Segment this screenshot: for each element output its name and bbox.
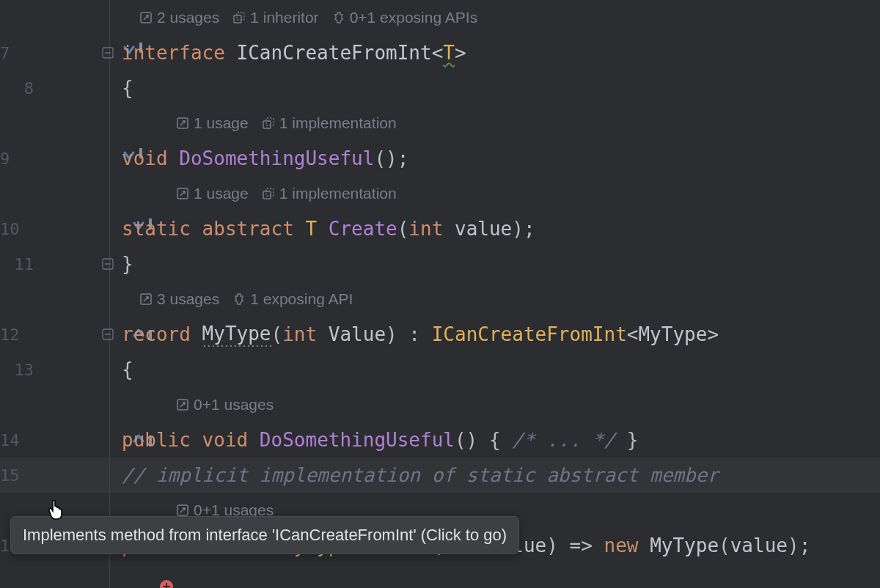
gutter-row[interactable]: 9: [0, 141, 109, 176]
gutter-row[interactable]: 12: [0, 317, 109, 352]
code-line[interactable]: {: [110, 352, 880, 387]
svg-rect-8: [163, 586, 170, 587]
navigate-tooltip[interactable]: Implements method from interface 'ICanCr…: [10, 516, 519, 554]
svg-rect-18: [266, 188, 274, 196]
code-line[interactable]: record MyType(int Value) : ICanCreateFro…: [110, 317, 880, 352]
code-area[interactable]: 2 usages 1 inheritor 0+1 exposing APIs i…: [110, 0, 880, 563]
code-line[interactable]: void DoSomethingUseful();: [110, 141, 880, 176]
gutter-row[interactable]: 10: [0, 211, 109, 246]
codelens[interactable]: 0+1 usages: [110, 387, 880, 422]
line-number: 14: [0, 431, 20, 449]
pointer-cursor-icon: [45, 499, 63, 516]
line-number: 13: [0, 361, 34, 379]
line-number: 15: [0, 466, 20, 485]
line-number: 8: [0, 79, 34, 98]
gutter-row[interactable]: 8: [0, 70, 109, 106]
codelens-impl: 1 implementation: [279, 114, 397, 132]
codelens-usages: 1 usage: [194, 185, 249, 202]
svg-rect-16: [263, 121, 271, 128]
codelens[interactable]: 1 usage 1 implementation: [110, 106, 880, 141]
codelens-usages: 0+1 usages: [194, 396, 274, 414]
code-line[interactable]: interface ICanCreateFromInt<T>: [110, 35, 880, 70]
codelens[interactable]: 1 usage 1 implementation: [110, 176, 880, 211]
svg-rect-19: [263, 191, 271, 199]
svg-rect-15: [266, 118, 274, 125]
code-editor: 7 8 9: [0, 0, 880, 588]
code-line[interactable]: }: [110, 246, 880, 282]
gutter-row[interactable]: 15: [0, 457, 109, 493]
line-number: 9: [0, 150, 10, 168]
line-number: 11: [0, 255, 34, 273]
code-line[interactable]: // implicit implementation of static abs…: [110, 457, 880, 493]
gutter-row[interactable]: 11: [0, 246, 109, 282]
code-line[interactable]: static abstract T Create(int value);: [110, 211, 880, 246]
line-number: 12: [0, 326, 20, 344]
codelens-exposing: 1 exposing API: [250, 290, 353, 308]
code-line[interactable]: {: [110, 70, 880, 106]
tooltip-text: Implements method from interface 'ICanCr…: [23, 526, 507, 544]
line-number: 10: [0, 220, 20, 238]
code-line[interactable]: public void DoSomethingUseful() { /* ...…: [110, 422, 880, 457]
line-number: 7: [0, 44, 10, 62]
codelens-usages: 1 usage: [194, 114, 249, 132]
gutter-row[interactable]: 13: [0, 352, 109, 387]
svg-rect-10: [237, 12, 244, 20]
gutter-row[interactable]: 7: [0, 35, 109, 70]
codelens-inheritor: 1 inheritor: [250, 9, 318, 26]
codelens-impl: 1 implementation: [279, 185, 397, 202]
svg-rect-11: [234, 15, 241, 23]
codelens-exposing: 0+1 exposing APIs: [350, 9, 478, 26]
codelens[interactable]: 3 usages 1 exposing API: [110, 282, 880, 317]
codelens[interactable]: 2 usages 1 inheritor 0+1 exposing APIs: [110, 0, 880, 35]
